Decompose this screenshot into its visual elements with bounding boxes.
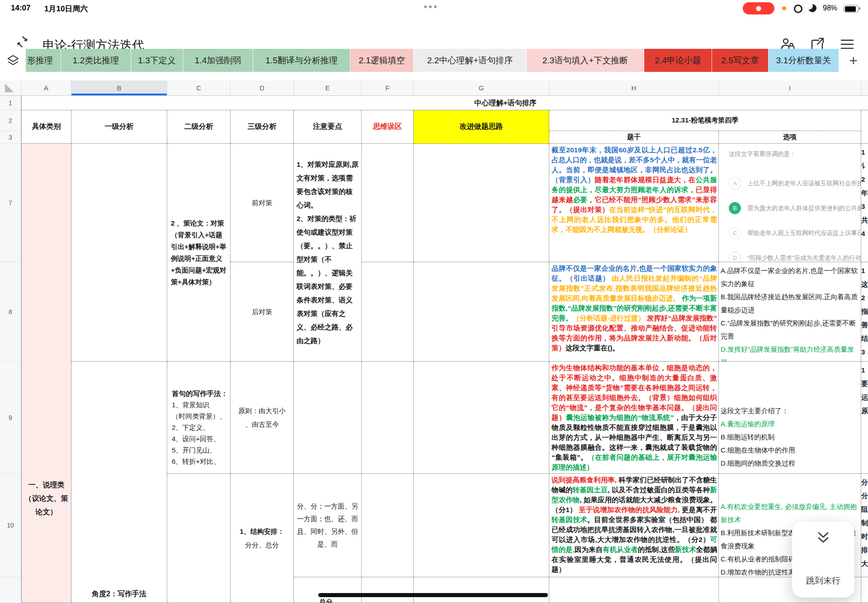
- tab-2-2-active[interactable]: 2.2中心理解+语句排序: [414, 49, 527, 72]
- jump-to-last-row-button[interactable]: 跳到末行: [792, 522, 854, 598]
- cell-I-options-row7[interactable]: 这段文字着重强调的是： A上亿不上网的老年人应该被互联网社会所接纳B需为庞大的老…: [719, 144, 861, 262]
- cell-G11[interactable]: [414, 577, 549, 603]
- cell-row1-sheet-title[interactable]: 中心理解+语句排序: [21, 96, 868, 110]
- tab-2-1[interactable]: 2.1逻辑填空: [350, 49, 414, 72]
- cell-F10[interactable]: [362, 474, 414, 577]
- cell-A-category[interactable]: 一、说理类（议论文、策论文）: [21, 144, 71, 603]
- cell-I-options-row8[interactable]: A.品牌不仅是一家企业的名片,也是一个国家软实力的象征B.我国品牌经济接近趋热发…: [719, 262, 861, 362]
- cell-H11[interactable]: [549, 577, 719, 603]
- cell-G8[interactable]: [414, 262, 549, 362]
- row-header-7[interactable]: 7: [0, 144, 21, 262]
- sheet-switcher-button[interactable]: [0, 49, 26, 72]
- cell-header-improvement[interactable]: 改进做题思路: [414, 110, 549, 144]
- cell-J8-clipped: 1这2指善结3发: [861, 262, 868, 362]
- add-sheet-button[interactable]: ＋: [839, 49, 868, 72]
- cell-H-stem-row8[interactable]: 品牌不仅是一家企业的名片,也是一个国家软实力的象征。（引出话题） 由人民日报社发…: [549, 262, 719, 362]
- row-header-3[interactable]: 3: [0, 131, 21, 144]
- cell-G9[interactable]: [414, 362, 549, 474]
- double-chevron-down-icon: [816, 532, 831, 545]
- col-header-G[interactable]: G: [414, 80, 549, 96]
- quiz-option-D: D“照顾少数人需求”应成为关爱老年人的行动: [729, 245, 861, 262]
- cell-F8[interactable]: [362, 262, 414, 362]
- clock: 14:07: [11, 4, 30, 13]
- cell-D-post-strategy[interactable]: 后对策: [231, 262, 294, 362]
- column-header-row: A B C D E F G H I: [0, 80, 868, 96]
- cell-D-pre-strategy[interactable]: 前对策: [231, 144, 294, 262]
- cell-header-notes[interactable]: 注意要点: [294, 110, 362, 144]
- cell-header-level3[interactable]: 三级分析: [231, 110, 294, 144]
- quiz-option-A: A上亿不上网的老年人应该被互联网社会所接纳: [729, 171, 861, 196]
- cell-F11[interactable]: [362, 577, 414, 603]
- title-bar: ↘↖ 申论-行测方法迭代: [0, 16, 868, 49]
- sheet-section-title: 中心理解+语句排序: [415, 98, 596, 108]
- cell-J11: [861, 577, 868, 603]
- cell-F7[interactable]: [362, 144, 414, 262]
- cell-H-stem-row10[interactable]: 说到提高粮食利用率, 科学家们已经研制出了不含糖生物碱的转基因土豆, 以及不含过…: [549, 474, 719, 577]
- jump-to-last-row-label: 跳到末行: [806, 575, 840, 587]
- quiz-prompt: 这段文字着重强调的是：: [729, 150, 861, 158]
- tab-1-4[interactable]: 1.4加强削弱: [183, 49, 253, 72]
- cell-D-structure[interactable]: 1、结构安排：分分、总分: [231, 474, 294, 603]
- quiz-options: A上亿不上网的老年人应该被互联网社会所接纳B需为庞大的老年人群体提供更便利的公共…: [729, 171, 861, 262]
- cell-header-level2[interactable]: 二级分析: [167, 110, 231, 144]
- cell-B-empty[interactable]: [71, 144, 167, 362]
- cell-header-misconception[interactable]: 思维误区: [362, 110, 414, 144]
- quiz-option-C: C帮助老年人跟上互联网时代应该提上议事日程: [729, 221, 861, 245]
- cell-header-options[interactable]: 选项: [719, 131, 861, 144]
- cell-E-empty[interactable]: [294, 362, 362, 474]
- tab-2-4[interactable]: 2.4申论小题: [644, 49, 712, 72]
- clipped-bottom-text: 总分: [319, 598, 346, 603]
- screen-recording-icon[interactable]: [743, 2, 774, 14]
- col-header-A[interactable]: A: [21, 80, 71, 96]
- cell-H-stem-row9[interactable]: 作为生物体结构和功能的基本单位，细胞是动态的，处于不断运动之中。细胞中制造的大量…: [549, 362, 719, 474]
- tab-2-5[interactable]: 2.5写文章: [712, 49, 769, 72]
- hotspot-icon: [794, 5, 802, 13]
- multitasking-indicator-icon: [424, 5, 437, 8]
- quiz-option-B: B需为庞大的老年人群体提供更便利的公共服务: [729, 196, 861, 221]
- cell-G7[interactable]: [414, 144, 549, 262]
- cell-C-first-sentence[interactable]: 首句的写作手法：1、背景知识（时间类背景）、2、下定义、4、设问+回答、5、开门…: [167, 362, 231, 474]
- col-header-F[interactable]: F: [362, 80, 414, 96]
- cell-C-celunwen[interactable]: 2 、策论文：对策（背景引入+话题引出+解释说明+举例说明+正面意义+负面问题+…: [167, 144, 231, 362]
- tab-1-5[interactable]: 1.5翻译与分析推理: [253, 49, 350, 72]
- cell-header-stem[interactable]: 题干: [549, 131, 719, 144]
- row-header-1[interactable]: 1: [0, 96, 21, 110]
- cell-E-notes[interactable]: 1、对策对应原则,原文有对策，选项需要包含该对策的核心词。2、对策的类型：祈使句…: [294, 144, 362, 362]
- row-header-10[interactable]: 10: [0, 474, 21, 577]
- sheet-tab-bar: 形推理 1.2类比推理 1.3下定义 1.4加强削弱 1.5翻译与分析推理 2.…: [0, 49, 868, 72]
- cell-G10[interactable]: [414, 474, 549, 577]
- thick-border-bar: [318, 593, 548, 597]
- tab-1-3[interactable]: 1.3下定义: [131, 49, 183, 72]
- col-header-C[interactable]: C: [167, 80, 231, 96]
- tab-2-3[interactable]: 2.3语句填入+下文推断: [527, 49, 644, 72]
- cell-E-connectors[interactable]: 分、分；一方面、另一方面；也、还、而且、同时、另外、但是、而: [294, 474, 362, 577]
- tab-1-2[interactable]: 1.2类比推理: [61, 49, 131, 72]
- cell-D-principle[interactable]: 原则：由大引小 、由古至今: [231, 362, 294, 474]
- battery-icon: [844, 5, 859, 13]
- tab-3-1[interactable]: 3.1分析数量关: [769, 49, 839, 72]
- cell-grid: 1 2 3 7 8 9 10 中心理解+语句排序 具体类别 一级分析 二级分析 …: [0, 96, 868, 603]
- col-header-D[interactable]: D: [231, 80, 294, 96]
- row-header-2[interactable]: 2: [0, 110, 21, 131]
- tab-1-1[interactable]: 形推理: [26, 49, 61, 72]
- cell-header-level1[interactable]: 一级分析: [71, 110, 167, 144]
- col-header-J-sliver: [861, 80, 868, 96]
- row-header-8[interactable]: 8: [0, 262, 21, 362]
- col-header-B-selected[interactable]: B: [71, 80, 167, 96]
- cell-H-stem-row7[interactable]: 截至2019年末，我国60岁及以上人口已超过2.5亿，占总人口的，也就是说，差不…: [549, 144, 719, 262]
- cell-J7-clipped: 1讠2年3共4: [861, 144, 868, 262]
- cell-I-options-row9[interactable]: 这段文字主要介绍了：A.囊泡运输的原理B.细胞运转的机制C.细胞在生物体中的作用…: [719, 362, 861, 474]
- col-header-I[interactable]: I: [719, 80, 861, 96]
- cell-B-angle2[interactable]: 角度2：写作手法: [71, 362, 167, 603]
- row-header-9[interactable]: 9: [0, 362, 21, 474]
- cell-C-empty[interactable]: [167, 474, 231, 603]
- col-header-E[interactable]: E: [294, 80, 362, 96]
- cell-header-exam-title[interactable]: 12.31-粉笔模考第四季: [549, 110, 861, 131]
- select-all-corner[interactable]: [0, 80, 21, 96]
- cell-j-header[interactable]: [861, 110, 868, 144]
- layers-icon: [7, 54, 19, 67]
- cell-F9[interactable]: [362, 362, 414, 474]
- col-header-H[interactable]: H: [549, 80, 719, 96]
- row-header-11[interactable]: [0, 577, 21, 603]
- cell-header-category[interactable]: 具体类别: [21, 110, 71, 144]
